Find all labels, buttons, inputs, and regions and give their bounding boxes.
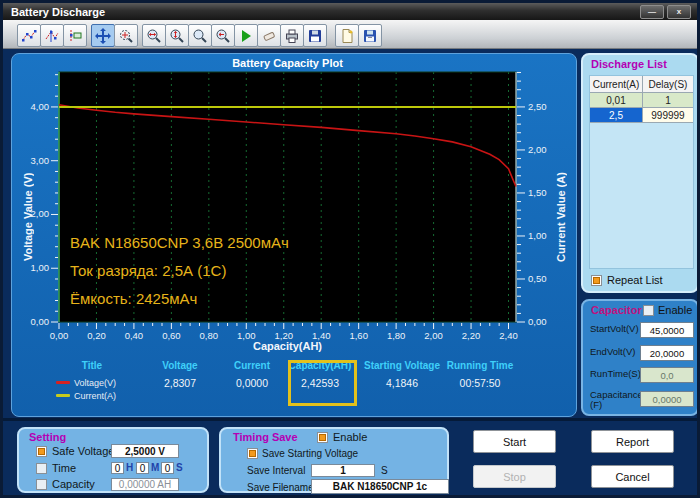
annotation-line-1: BAK N18650CNP 3,6В 2500мАч xyxy=(70,229,289,257)
trace-curve-icon xyxy=(21,28,37,44)
save-interval-label: Save Interval xyxy=(247,465,305,476)
window-title: Battery Discharge xyxy=(11,6,105,18)
report-button[interactable]: Report xyxy=(591,430,674,453)
annotation-line-3: Ёмкость: 2425мАч xyxy=(70,285,289,313)
setting-title: Setting xyxy=(29,431,66,443)
stat-starting-voltage-column: Starting Voltage 4,1846 xyxy=(357,360,447,389)
save-interval-input[interactable]: 1 xyxy=(311,464,375,477)
save-data-button[interactable] xyxy=(358,24,382,47)
save-starting-voltage-checkbox[interactable] xyxy=(247,448,258,459)
pan-icon xyxy=(95,28,111,44)
right-axis-title: Current Value (A) xyxy=(554,132,568,302)
svg-text:4,00: 4,00 xyxy=(31,101,50,112)
capacitance-label: Capacitance (F) xyxy=(590,390,644,410)
svg-text:2,50: 2,50 xyxy=(528,101,547,112)
run-button[interactable] xyxy=(234,24,258,47)
cell-delay-1[interactable]: 999999 xyxy=(643,108,693,123)
legend-current: Current(A) xyxy=(56,389,116,402)
capacitor-panel: Capacitor Enable StartVolt(V) 45,0000 En… xyxy=(581,299,699,416)
svg-text:2,00: 2,00 xyxy=(528,144,547,155)
capacity-checkbox[interactable] xyxy=(36,479,47,490)
cancel-button[interactable]: Cancel xyxy=(591,465,674,488)
zoom-in-icon xyxy=(192,28,208,44)
repeat-list-checkbox[interactable] xyxy=(591,275,602,286)
zoom-vertical-button[interactable] xyxy=(165,24,189,47)
plot-legend: Voltage(V) Current(A) xyxy=(56,376,116,402)
stat-running-time-column: Running Time 00:57:50 xyxy=(435,360,525,389)
curve-legend-button[interactable] xyxy=(63,24,87,47)
battery-discharge-window: Battery Discharge — x xyxy=(0,0,700,498)
erase-button[interactable] xyxy=(257,24,281,47)
battery-capacity-plot-panel: Battery Capacity Plot 0,000,200,400,600,… xyxy=(11,53,577,417)
time-hours-input[interactable]: 0 xyxy=(111,462,124,474)
minimize-button[interactable]: — xyxy=(640,5,664,19)
zoom-in-button[interactable] xyxy=(188,24,212,47)
column-header-delay[interactable]: Delay(S) xyxy=(643,76,693,93)
capacitor-title: Capacitor xyxy=(591,304,642,316)
zoom-horizontal-button[interactable] xyxy=(142,24,166,47)
new-report-icon xyxy=(339,28,355,44)
edit-curve-icon xyxy=(44,28,60,44)
print-button[interactable] xyxy=(280,24,304,47)
time-seconds-input[interactable]: 0 xyxy=(161,462,174,474)
endvolt-label: EndVolt(V) xyxy=(590,347,644,357)
safe-voltage-checkbox[interactable] xyxy=(36,446,47,457)
capacitor-enable-checkbox[interactable] xyxy=(643,305,654,316)
legend-voltage: Voltage(V) xyxy=(56,376,116,389)
edit-curve-button[interactable] xyxy=(40,24,64,47)
stat-value-running-time: 00:57:50 xyxy=(435,377,525,389)
capacitance-input: 0,0000 xyxy=(640,391,694,407)
timing-enable-checkbox[interactable] xyxy=(317,432,328,443)
minutes-unit-label: M xyxy=(151,462,159,473)
stat-value-starting-voltage: 4,1846 xyxy=(357,377,447,389)
close-button[interactable]: x xyxy=(667,5,691,19)
annotation-text: BAK N18650CNP 3,6В 2500мАч Ток разряда: … xyxy=(70,229,289,313)
column-header-current[interactable]: Current(A) xyxy=(590,76,643,93)
discharge-table[interactable]: Current(A) Delay(S) 0,01 1 2,5 999999 xyxy=(589,75,694,269)
seconds-unit-label: S xyxy=(176,462,183,473)
toolbar xyxy=(3,20,697,49)
cell-delay-0[interactable]: 1 xyxy=(643,93,693,108)
capacity-label: Capacity xyxy=(52,478,95,490)
cell-current-1[interactable]: 2,5 xyxy=(590,108,643,123)
save-interval-unit: S xyxy=(381,465,388,476)
x-axis-title: Capacity(AH) xyxy=(59,340,516,352)
pan-button[interactable] xyxy=(91,24,115,47)
annotation-line-2: Ток разряда: 2,5А (1С) xyxy=(70,257,289,285)
bottom-separator xyxy=(3,418,697,421)
zoom-back-button[interactable] xyxy=(211,24,235,47)
time-checkbox[interactable] xyxy=(36,463,47,474)
endvolt-input[interactable]: 20,0000 xyxy=(640,345,694,361)
cell-current-0[interactable]: 0,01 xyxy=(590,93,643,108)
runtime-input: 0,0 xyxy=(640,367,694,383)
capacity-highlight-box xyxy=(288,360,357,406)
save-starting-voltage-label: Save Starting Voltage xyxy=(262,448,358,459)
repeat-list-row: Repeat List xyxy=(591,274,663,286)
legend-voltage-label: Voltage(V) xyxy=(74,378,116,388)
svg-text:0,50: 0,50 xyxy=(528,273,547,284)
stat-header-running-time: Running Time xyxy=(435,360,525,371)
zoom-track-button[interactable] xyxy=(114,24,138,47)
table-row[interactable]: 0,01 1 xyxy=(590,93,693,108)
timing-save-panel: Timing Save Enable Save Starting Voltage… xyxy=(219,427,449,493)
capacitor-enable-row: Enable xyxy=(643,304,692,316)
safe-voltage-label: Safe Voltage xyxy=(52,445,114,457)
table-row-selected[interactable]: 2,5 999999 xyxy=(590,108,693,123)
save-button[interactable] xyxy=(303,24,327,47)
safe-voltage-input[interactable]: 2,5000 V xyxy=(111,444,179,458)
minimize-icon: — xyxy=(648,8,656,16)
start-button[interactable]: Start xyxy=(473,430,556,453)
stat-header-starting-voltage: Starting Voltage xyxy=(357,360,447,371)
hours-unit-label: H xyxy=(126,462,133,473)
time-label: Time xyxy=(52,462,76,474)
new-report-button[interactable] xyxy=(335,24,359,47)
svg-text:1,50: 1,50 xyxy=(528,187,547,198)
svg-text:0,00: 0,00 xyxy=(31,316,50,327)
discharge-list-panel: Discharge List Current(A) Delay(S) 0,01 … xyxy=(581,53,699,293)
save-filename-input[interactable]: BAK N18650CNP 1c xyxy=(311,479,449,494)
trace-curve-button[interactable] xyxy=(17,24,41,47)
print-icon xyxy=(284,28,300,44)
time-minutes-input[interactable]: 0 xyxy=(136,462,149,474)
startvolt-input[interactable]: 45,0000 xyxy=(640,322,694,338)
stat-title-column: Title xyxy=(47,360,137,371)
